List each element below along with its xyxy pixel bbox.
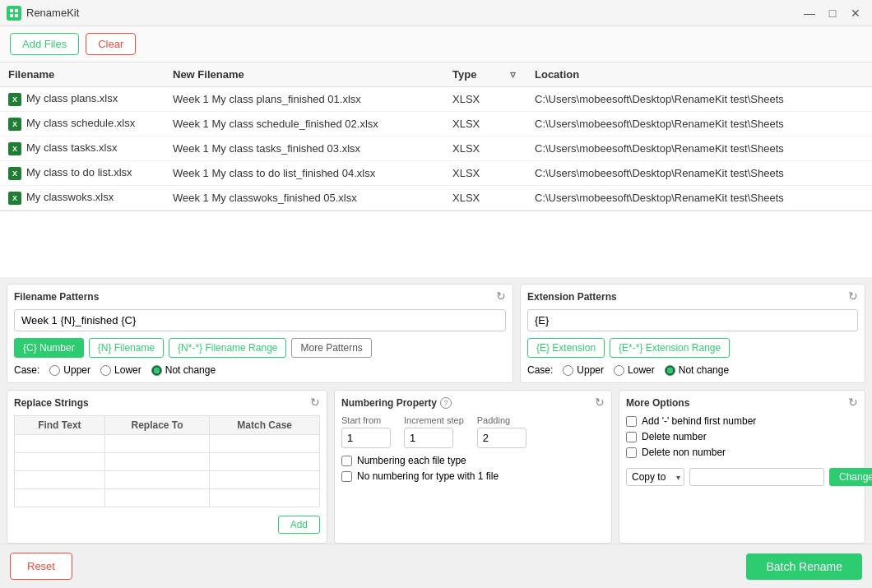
minimize-button[interactable]: —: [800, 3, 819, 23]
col-header-filename: Filename: [0, 63, 165, 87]
toolbar: Add Files Clear: [0, 26, 872, 63]
replace-add-button[interactable]: Add: [278, 516, 320, 534]
filename-pattern-input[interactable]: [14, 309, 506, 331]
case-lower-radio[interactable]: [100, 365, 111, 376]
file-list-section: Filename New Filename Type ▿ Location XM…: [0, 63, 872, 211]
close-button[interactable]: ✕: [846, 3, 865, 23]
cell-type: XLSX: [444, 137, 502, 161]
cell-new-filename: Week 1 My class to do list_finished 04.x…: [165, 161, 444, 186]
replace-strings-refresh[interactable]: ↻: [310, 396, 320, 409]
col-header-filter[interactable]: ▿: [502, 63, 526, 87]
copy-path-input[interactable]: [689, 468, 824, 486]
numbering-each-file-type-label[interactable]: Numbering each file type: [341, 455, 605, 466]
numbering-property-refresh[interactable]: ↻: [595, 396, 605, 409]
cell-filename: XMy class to do list.xlsx: [0, 161, 165, 186]
panel-row-1: Filename Patterns ↻ {C} Number {N} Filen…: [0, 277, 872, 383]
replace-col-to: Replace To: [104, 416, 210, 435]
add-dash-label[interactable]: Add '-' behind first number: [626, 415, 858, 427]
clear-button[interactable]: Clear: [86, 33, 136, 55]
col-header-new-filename: New Filename: [165, 63, 444, 87]
btn-pattern-filename[interactable]: {N} Filename: [89, 338, 164, 358]
start-from-field: Start from: [341, 415, 391, 448]
extension-patterns-title: Extension Patterns: [527, 291, 858, 303]
numbering-each-file-type-checkbox[interactable]: [341, 456, 352, 466]
table-row[interactable]: XMy classwoks.xlsx Week 1 My classwoks_f…: [0, 186, 872, 211]
cell-location: C:\Users\mobeesoft\Desktop\RenameKit tes…: [526, 87, 872, 112]
delete-non-number-label[interactable]: Delete non number: [626, 447, 858, 458]
maximize-button[interactable]: □: [823, 3, 842, 23]
btn-ext-range[interactable]: {E*-*} Extension Range: [610, 338, 730, 358]
no-numbering-checkbox[interactable]: [341, 471, 352, 482]
filename-pattern-buttons: {C} Number {N} Filename {N*-*} Filename …: [14, 338, 506, 358]
cell-location: C:\Users\mobeesoft\Desktop\RenameKit tes…: [526, 137, 872, 161]
btn-ext-extension[interactable]: {E} Extension: [527, 338, 605, 358]
increment-step-input[interactable]: [404, 428, 453, 448]
batch-rename-button[interactable]: Batch Rename: [746, 553, 862, 580]
no-numbering-text: No numbering for type with 1 file: [357, 470, 499, 482]
case-notchange-radio[interactable]: [151, 365, 162, 376]
ext-case-notchange-radio[interactable]: [665, 365, 675, 376]
table-row[interactable]: XMy class tasks.xlsx Week 1 My class tas…: [0, 137, 872, 161]
extension-case-row: Case: Upper Lower Not change: [527, 364, 858, 376]
btn-pattern-number[interactable]: {C} Number: [14, 338, 84, 358]
cell-filename: XMy class plans.xlsx: [0, 87, 165, 112]
cell-filename: XMy class tasks.xlsx: [0, 137, 165, 161]
delete-number-text: Delete number: [642, 431, 707, 442]
start-from-input[interactable]: [341, 428, 391, 448]
padding-input[interactable]: [477, 428, 526, 448]
copy-select[interactable]: Copy to Move to: [626, 468, 684, 486]
filename-patterns-refresh[interactable]: ↻: [496, 289, 506, 303]
extension-patterns-panel: Extension Patterns ↻ {E} Extension {E*-*…: [520, 284, 865, 383]
cell-new-filename: Week 1 My classwoks_finished 05.xlsx: [165, 186, 444, 211]
more-options-refresh[interactable]: ↻: [848, 396, 858, 409]
delete-non-number-text: Delete non number: [642, 447, 726, 458]
cell-filename: XMy class schedule.xlsx: [0, 112, 165, 137]
increment-step-field: Increment step: [404, 415, 464, 448]
ext-case-upper-radio[interactable]: [563, 365, 573, 376]
case-notchange-label[interactable]: Not change: [151, 364, 216, 376]
file-list-empty: [0, 211, 872, 277]
filename-case-row: Case: Upper Lower Not change: [14, 364, 506, 376]
delete-number-label[interactable]: Delete number: [626, 431, 858, 442]
cell-type: XLSX: [444, 186, 502, 211]
change-button[interactable]: Change: [829, 468, 872, 486]
delete-number-checkbox[interactable]: [626, 432, 637, 442]
app-icon: [7, 6, 21, 21]
btn-pattern-filename-range[interactable]: {N*-*} Filename Range: [169, 338, 286, 358]
title-bar: RenameKit — □ ✕: [0, 0, 872, 26]
svg-rect-2: [10, 14, 13, 17]
file-icon: X: [8, 142, 21, 155]
ext-case-lower-radio[interactable]: [614, 365, 624, 376]
panel-row-2: Replace Strings ↻ Find Text Replace To M…: [0, 383, 872, 544]
add-files-button[interactable]: Add Files: [10, 33, 79, 55]
filename-case-label: Case:: [14, 364, 39, 376]
case-lower-label[interactable]: Lower: [100, 364, 141, 376]
cell-filter: [502, 87, 526, 112]
ext-case-upper-label[interactable]: Upper: [563, 364, 604, 376]
btn-more-patterns[interactable]: More Patterns: [291, 338, 371, 358]
filter-icon: ▿: [510, 68, 516, 81]
reset-button[interactable]: Reset: [10, 553, 72, 580]
table-row[interactable]: XMy class schedule.xlsx Week 1 My class …: [0, 112, 872, 137]
extension-patterns-refresh[interactable]: ↻: [848, 289, 858, 303]
add-dash-checkbox[interactable]: [626, 416, 637, 427]
case-upper-label[interactable]: Upper: [49, 364, 90, 376]
cell-filter: [502, 186, 526, 211]
cell-new-filename: Week 1 My class tasks_finished 03.xlsx: [165, 137, 444, 161]
cell-type: XLSX: [444, 112, 502, 137]
extension-pattern-input[interactable]: [527, 309, 858, 331]
delete-non-number-checkbox[interactable]: [626, 447, 637, 458]
filename-patterns-panel: Filename Patterns ↻ {C} Number {N} Filen…: [7, 284, 513, 383]
more-options-checkboxes: Add '-' behind first number Delete numbe…: [626, 415, 858, 458]
table-row[interactable]: XMy class to do list.xlsx Week 1 My clas…: [0, 161, 872, 186]
app-title: RenameKit: [26, 7, 800, 19]
case-upper-radio[interactable]: [49, 365, 60, 376]
no-numbering-label[interactable]: No numbering for type with 1 file: [341, 470, 605, 482]
ext-case-notchange-label[interactable]: Not change: [665, 364, 729, 376]
numbering-property-panel: Numbering Property ? ↻ Start from Increm…: [334, 390, 612, 544]
svg-rect-0: [10, 9, 13, 12]
table-row[interactable]: XMy class plans.xlsx Week 1 My class pla…: [0, 87, 872, 112]
ext-case-lower-label[interactable]: Lower: [614, 364, 655, 376]
copy-row: Copy to Move to Change: [626, 468, 858, 486]
numbering-checkboxes: Numbering each file type No numbering fo…: [341, 455, 605, 482]
